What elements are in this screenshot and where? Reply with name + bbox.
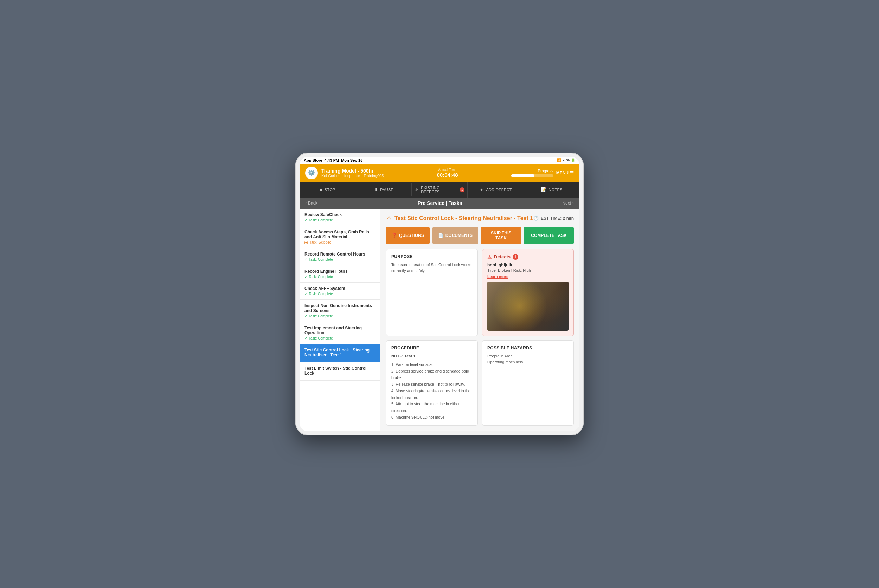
sidebar-item-inspect-instruments[interactable]: Inspect Non Genuine Instruments and Scre… [299,300,380,322]
skip-icon: ⏭ [305,240,308,244]
signal-icon: .... [551,158,556,162]
check-icon: ✓ [305,218,307,222]
nav-title: Pre Service | Tasks [418,200,462,206]
sidebar-item-status: ⏭ Task: Skipped [305,240,375,244]
hazard-item-1: People in Area [487,353,568,360]
clock-icon: 🕐 [533,216,539,221]
existing-defects-label: EXISTING DEFECTS [421,186,458,194]
defects-header: ⚠ Defects 1 [487,254,568,260]
sidebar-item-test-limit[interactable]: Test Limit Switch - Stic Control Lock [299,362,380,381]
warning-triangle-icon: ⚠ [386,214,392,222]
battery-label: 20% [563,158,569,162]
sidebar-item-status: ✓ Task: Complete [305,292,375,296]
existing-defects-button[interactable]: ⚠ EXISTING DEFECTS 1 [412,182,467,198]
progress-section: Progress [511,169,553,177]
tablet-frame: App Store 4:43 PM Mon Sep 16 .... 📶 20% … [295,153,584,436]
defects-card: ⚠ Defects 1 bool. ghijuik Type: Broken |… [482,249,574,336]
back-button[interactable]: ‹ Back [305,201,317,206]
sidebar-item-check-access[interactable]: Check Access Steps, Grab Rails and Anti … [299,226,380,248]
purpose-card: PURPOSE To ensure operation of Stic Cont… [386,249,478,336]
next-label: Next [562,201,571,206]
back-chevron-icon: ‹ [305,201,307,206]
skip-label: SKIP THIS TASK [491,231,511,240]
est-time: 🕐 EST TIME: 2 min [533,216,574,221]
procedure-note-text: NOTE: Test 1. [391,354,416,358]
questions-label: QUESTIONS [399,233,424,238]
header-right: Progress MENU ☰ [511,169,574,177]
procedure-card: PROCEDURE NOTE: Test 1. 1. Park on level… [386,340,478,426]
sidebar-item-status: ✓ Task: Complete [305,336,375,340]
documents-icon: 📄 [438,233,443,238]
pause-button[interactable]: ⏸ PAUSE [356,183,412,196]
task-header: ⚠ Test Stic Control Lock - Steering Neut… [386,214,574,222]
add-defect-label: ADD DEFECT [486,188,512,192]
status-left: App Store 4:43 PM Mon Sep 16 [304,158,362,162]
procedure-steps: 1. Park on level surface. 2. Depress ser… [391,361,473,420]
next-button[interactable]: Next › [562,201,574,206]
add-defect-icon: ＋ [479,187,484,193]
check-icon: ✓ [305,258,307,261]
actual-time-value: 00:04:48 [437,172,458,178]
header-title: Training Model - 500hr Kel Corbett - Ins… [322,168,383,178]
notes-button[interactable]: 📝 NOTES [524,183,580,196]
sidebar-item-status: ✓ Task: Complete [305,258,375,261]
defects-title: Defects [494,254,511,260]
complete-task-button[interactable]: COMPLETE TASK [524,227,574,244]
procedure-step-3: 3. Release service brake – not to roll a… [391,381,473,388]
progress-label: Progress [538,169,553,173]
skip-task-button[interactable]: SKIP THIS TASK [481,227,521,244]
procedure-step-2: 2. Depress service brake and disengage p… [391,368,473,381]
action-buttons: ❓ QUESTIONS 📄 DOCUMENTS SKIP THIS TASK C… [386,227,574,244]
complete-label: COMPLETE TASK [531,233,567,238]
back-label: Back [308,201,317,206]
procedure-step-5: 5. Attempt to steer the machine in eithe… [391,400,473,414]
sidebar-item-title: Test Implement and Steering Operation [305,326,375,335]
task-title-row: ⚠ Test Stic Control Lock - Steering Neut… [386,214,533,222]
sidebar-item-title: Record Remote Control Hours [305,252,375,256]
sidebar-item-title: Review SafeCheck [305,212,375,217]
check-icon: ✓ [305,336,307,340]
app-header: ⚙️ Training Model - 500hr Kel Corbett - … [299,164,580,182]
procedure-step-6: 6. Machine SHOULD not move. [391,414,473,421]
sidebar-item-record-remote[interactable]: Record Remote Control Hours ✓ Task: Comp… [299,248,380,266]
sidebar-item-title: Record Engine Hours [305,269,375,274]
sidebar-item-check-afff[interactable]: Check AFFF System ✓ Task: Complete [299,283,380,300]
battery-icon: 🔋 [571,158,575,162]
nav-bar: ‹ Back Pre Service | Tasks Next › [299,198,580,209]
header-branding: ⚙️ Training Model - 500hr Kel Corbett - … [305,166,383,179]
add-defect-button[interactable]: ＋ ADD DEFECT [467,183,523,196]
documents-button[interactable]: 📄 DOCUMENTS [433,227,478,244]
header-time: Actual Time 00:04:48 [437,168,458,178]
sidebar-item-test-stic-active[interactable]: Test Stic Control Lock - Steering Neutra… [299,344,380,362]
questions-button[interactable]: ❓ QUESTIONS [386,227,430,244]
content-area: ⚠ Test Stic Control Lock - Steering Neut… [380,209,580,432]
user-info: Kel Corbett - Inspector - Training005 [322,174,383,178]
sidebar-item-review-safecheck[interactable]: Review SafeCheck ✓ Task: Complete [299,209,380,226]
possible-hazards-card: POSSIBLE HAZARDS People in Area Operatin… [482,340,574,426]
progress-bar-fill [511,174,535,177]
hazard-item-2: Operating machinery [487,359,568,366]
check-icon: ✓ [305,292,307,296]
task-title: Test Stic Control Lock - Steering Neutra… [395,215,533,221]
procedure-step-1: 1. Park on level surface. [391,361,473,368]
menu-icon: ☰ [570,171,574,176]
wifi-icon: 📶 [557,158,561,162]
sidebar-item-title: Check AFFF System [305,286,375,291]
learn-more-link[interactable]: Learn more [487,274,568,279]
defects-badge: 1 [512,254,518,260]
defects-warning-icon: ⚠ [487,254,492,260]
status-bar: App Store 4:43 PM Mon Sep 16 .... 📶 20% … [299,157,580,164]
sidebar-item-record-engine[interactable]: Record Engine Hours ✓ Task: Complete [299,266,380,283]
hazards-list: People in Area Operating machinery [487,353,568,366]
menu-button[interactable]: MENU ☰ [556,171,574,176]
procedure-note: NOTE: Test 1. [391,353,473,360]
sidebar-item-title: Test Limit Switch - Stic Control Lock [305,366,375,376]
app-logo: ⚙️ [305,166,318,179]
toolbar: ■ STOP ⏸ PAUSE ⚠ EXISTING DEFECTS 1 ＋ AD… [299,182,580,198]
sidebar-item-status: ✓ Task: Complete [305,218,375,222]
documents-label: DOCUMENTS [445,233,473,238]
stop-icon: ■ [320,187,322,192]
sidebar-item-test-implement[interactable]: Test Implement and Steering Operation ✓ … [299,322,380,344]
stop-button[interactable]: ■ STOP [299,183,356,196]
notes-label: NOTES [548,188,562,192]
